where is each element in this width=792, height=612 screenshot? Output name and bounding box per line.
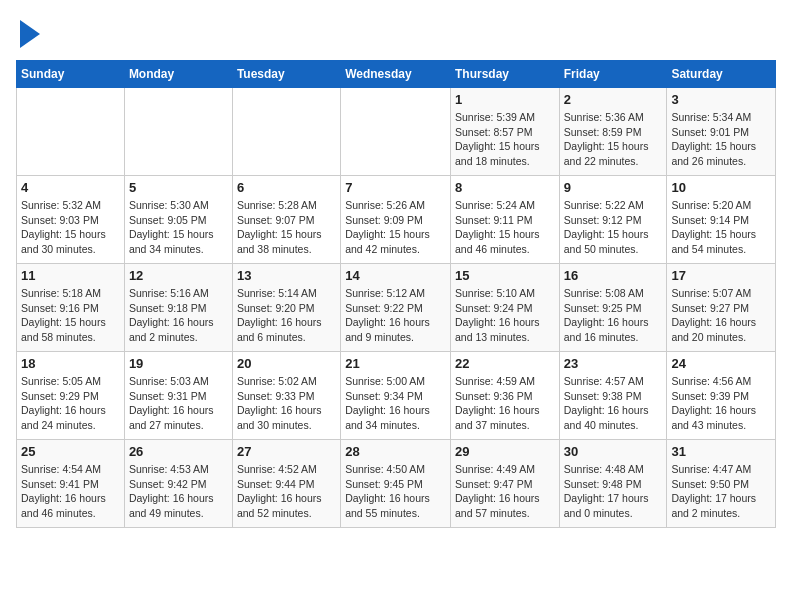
day-info: Sunrise: 5:36 AM Sunset: 8:59 PM Dayligh…	[564, 110, 663, 169]
calendar-cell: 9Sunrise: 5:22 AM Sunset: 9:12 PM Daylig…	[559, 176, 667, 264]
day-number: 14	[345, 268, 446, 283]
day-info: Sunrise: 5:34 AM Sunset: 9:01 PM Dayligh…	[671, 110, 771, 169]
weekday-header-monday: Monday	[124, 61, 232, 88]
calendar-cell: 1Sunrise: 5:39 AM Sunset: 8:57 PM Daylig…	[450, 88, 559, 176]
calendar-cell	[232, 88, 340, 176]
day-number: 22	[455, 356, 555, 371]
day-info: Sunrise: 4:52 AM Sunset: 9:44 PM Dayligh…	[237, 462, 336, 521]
calendar-week-2: 4Sunrise: 5:32 AM Sunset: 9:03 PM Daylig…	[17, 176, 776, 264]
day-number: 8	[455, 180, 555, 195]
day-info: Sunrise: 5:28 AM Sunset: 9:07 PM Dayligh…	[237, 198, 336, 257]
day-info: Sunrise: 5:30 AM Sunset: 9:05 PM Dayligh…	[129, 198, 228, 257]
day-info: Sunrise: 4:53 AM Sunset: 9:42 PM Dayligh…	[129, 462, 228, 521]
calendar-body: 1Sunrise: 5:39 AM Sunset: 8:57 PM Daylig…	[17, 88, 776, 528]
day-number: 3	[671, 92, 771, 107]
day-number: 10	[671, 180, 771, 195]
day-info: Sunrise: 4:59 AM Sunset: 9:36 PM Dayligh…	[455, 374, 555, 433]
day-number: 16	[564, 268, 663, 283]
weekday-header-wednesday: Wednesday	[341, 61, 451, 88]
logo	[16, 16, 40, 48]
day-number: 9	[564, 180, 663, 195]
calendar-cell: 23Sunrise: 4:57 AM Sunset: 9:38 PM Dayli…	[559, 352, 667, 440]
day-number: 5	[129, 180, 228, 195]
day-number: 21	[345, 356, 446, 371]
day-number: 31	[671, 444, 771, 459]
weekday-header-sunday: Sunday	[17, 61, 125, 88]
calendar-week-4: 18Sunrise: 5:05 AM Sunset: 9:29 PM Dayli…	[17, 352, 776, 440]
calendar-cell: 3Sunrise: 5:34 AM Sunset: 9:01 PM Daylig…	[667, 88, 776, 176]
day-info: Sunrise: 5:39 AM Sunset: 8:57 PM Dayligh…	[455, 110, 555, 169]
day-info: Sunrise: 5:08 AM Sunset: 9:25 PM Dayligh…	[564, 286, 663, 345]
calendar-table: SundayMondayTuesdayWednesdayThursdayFrid…	[16, 60, 776, 528]
day-number: 17	[671, 268, 771, 283]
day-number: 28	[345, 444, 446, 459]
day-number: 7	[345, 180, 446, 195]
day-number: 2	[564, 92, 663, 107]
day-number: 27	[237, 444, 336, 459]
calendar-week-1: 1Sunrise: 5:39 AM Sunset: 8:57 PM Daylig…	[17, 88, 776, 176]
day-number: 25	[21, 444, 120, 459]
day-info: Sunrise: 4:57 AM Sunset: 9:38 PM Dayligh…	[564, 374, 663, 433]
calendar-cell: 4Sunrise: 5:32 AM Sunset: 9:03 PM Daylig…	[17, 176, 125, 264]
day-info: Sunrise: 5:07 AM Sunset: 9:27 PM Dayligh…	[671, 286, 771, 345]
calendar-cell	[17, 88, 125, 176]
calendar-cell: 31Sunrise: 4:47 AM Sunset: 9:50 PM Dayli…	[667, 440, 776, 528]
day-info: Sunrise: 4:50 AM Sunset: 9:45 PM Dayligh…	[345, 462, 446, 521]
calendar-cell: 6Sunrise: 5:28 AM Sunset: 9:07 PM Daylig…	[232, 176, 340, 264]
day-number: 30	[564, 444, 663, 459]
day-number: 20	[237, 356, 336, 371]
calendar-cell: 25Sunrise: 4:54 AM Sunset: 9:41 PM Dayli…	[17, 440, 125, 528]
day-number: 6	[237, 180, 336, 195]
day-info: Sunrise: 4:48 AM Sunset: 9:48 PM Dayligh…	[564, 462, 663, 521]
day-info: Sunrise: 5:10 AM Sunset: 9:24 PM Dayligh…	[455, 286, 555, 345]
calendar-cell: 28Sunrise: 4:50 AM Sunset: 9:45 PM Dayli…	[341, 440, 451, 528]
day-info: Sunrise: 5:12 AM Sunset: 9:22 PM Dayligh…	[345, 286, 446, 345]
day-info: Sunrise: 5:03 AM Sunset: 9:31 PM Dayligh…	[129, 374, 228, 433]
calendar-cell: 18Sunrise: 5:05 AM Sunset: 9:29 PM Dayli…	[17, 352, 125, 440]
day-number: 18	[21, 356, 120, 371]
calendar-cell: 2Sunrise: 5:36 AM Sunset: 8:59 PM Daylig…	[559, 88, 667, 176]
weekday-header-thursday: Thursday	[450, 61, 559, 88]
day-info: Sunrise: 5:20 AM Sunset: 9:14 PM Dayligh…	[671, 198, 771, 257]
day-info: Sunrise: 4:54 AM Sunset: 9:41 PM Dayligh…	[21, 462, 120, 521]
day-info: Sunrise: 5:00 AM Sunset: 9:34 PM Dayligh…	[345, 374, 446, 433]
day-number: 12	[129, 268, 228, 283]
calendar-cell: 29Sunrise: 4:49 AM Sunset: 9:47 PM Dayli…	[450, 440, 559, 528]
day-info: Sunrise: 4:49 AM Sunset: 9:47 PM Dayligh…	[455, 462, 555, 521]
day-info: Sunrise: 5:32 AM Sunset: 9:03 PM Dayligh…	[21, 198, 120, 257]
calendar-cell: 17Sunrise: 5:07 AM Sunset: 9:27 PM Dayli…	[667, 264, 776, 352]
day-info: Sunrise: 4:47 AM Sunset: 9:50 PM Dayligh…	[671, 462, 771, 521]
calendar-week-3: 11Sunrise: 5:18 AM Sunset: 9:16 PM Dayli…	[17, 264, 776, 352]
weekday-header-friday: Friday	[559, 61, 667, 88]
calendar-cell: 13Sunrise: 5:14 AM Sunset: 9:20 PM Dayli…	[232, 264, 340, 352]
weekday-header-tuesday: Tuesday	[232, 61, 340, 88]
day-number: 15	[455, 268, 555, 283]
calendar-cell: 12Sunrise: 5:16 AM Sunset: 9:18 PM Dayli…	[124, 264, 232, 352]
calendar-cell: 24Sunrise: 4:56 AM Sunset: 9:39 PM Dayli…	[667, 352, 776, 440]
calendar-cell: 14Sunrise: 5:12 AM Sunset: 9:22 PM Dayli…	[341, 264, 451, 352]
day-number: 26	[129, 444, 228, 459]
calendar-cell: 21Sunrise: 5:00 AM Sunset: 9:34 PM Dayli…	[341, 352, 451, 440]
day-info: Sunrise: 5:26 AM Sunset: 9:09 PM Dayligh…	[345, 198, 446, 257]
weekday-header-saturday: Saturday	[667, 61, 776, 88]
logo-arrow-icon	[20, 20, 40, 48]
day-info: Sunrise: 5:16 AM Sunset: 9:18 PM Dayligh…	[129, 286, 228, 345]
calendar-cell: 11Sunrise: 5:18 AM Sunset: 9:16 PM Dayli…	[17, 264, 125, 352]
calendar-cell: 20Sunrise: 5:02 AM Sunset: 9:33 PM Dayli…	[232, 352, 340, 440]
day-info: Sunrise: 4:56 AM Sunset: 9:39 PM Dayligh…	[671, 374, 771, 433]
day-number: 23	[564, 356, 663, 371]
calendar-cell	[124, 88, 232, 176]
day-number: 11	[21, 268, 120, 283]
calendar-cell: 22Sunrise: 4:59 AM Sunset: 9:36 PM Dayli…	[450, 352, 559, 440]
day-number: 4	[21, 180, 120, 195]
calendar-cell: 19Sunrise: 5:03 AM Sunset: 9:31 PM Dayli…	[124, 352, 232, 440]
calendar-cell	[341, 88, 451, 176]
day-info: Sunrise: 5:05 AM Sunset: 9:29 PM Dayligh…	[21, 374, 120, 433]
calendar-cell: 27Sunrise: 4:52 AM Sunset: 9:44 PM Dayli…	[232, 440, 340, 528]
calendar-cell: 5Sunrise: 5:30 AM Sunset: 9:05 PM Daylig…	[124, 176, 232, 264]
day-info: Sunrise: 5:02 AM Sunset: 9:33 PM Dayligh…	[237, 374, 336, 433]
day-number: 1	[455, 92, 555, 107]
calendar-cell: 10Sunrise: 5:20 AM Sunset: 9:14 PM Dayli…	[667, 176, 776, 264]
page-header	[16, 16, 776, 48]
weekday-row: SundayMondayTuesdayWednesdayThursdayFrid…	[17, 61, 776, 88]
